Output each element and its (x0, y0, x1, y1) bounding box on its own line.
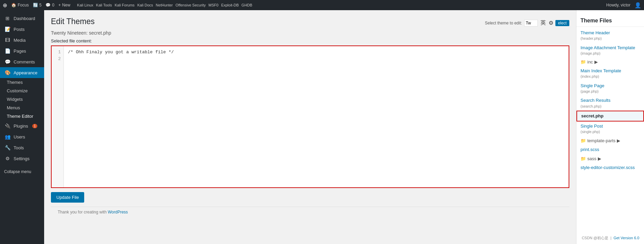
bookmark-exploit-db[interactable]: Exploit-DB (221, 3, 239, 7)
bookmark-kali-tools[interactable]: Kali Tools (96, 3, 112, 7)
file-item-inc[interactable]: 📁 inc ▶ (576, 58, 644, 66)
file-item-theme-header[interactable]: Theme Header (header.php) (576, 28, 644, 43)
pages-icon: 📄 (4, 48, 11, 54)
footer-wp-link[interactable]: WordPress (108, 210, 128, 214)
home-icon: 🏠 (11, 3, 16, 7)
file-item-secret-php[interactable]: secret.php (576, 111, 644, 121)
file-item-main-index[interactable]: Main Index Template (index.php) (576, 66, 644, 81)
sidebar-item-pages[interactable]: 📄 Pages (0, 45, 44, 56)
admin-bar: ⊕ 🏠 Focus 🔄 5 💬 0 + New Kali Linux Kali … (0, 0, 644, 10)
sidebar-item-media[interactable]: 🎞 Media (0, 35, 44, 45)
comments-icon: 💬 (4, 59, 11, 64)
collapse-menu-btn[interactable]: Collapse menu (0, 167, 44, 177)
file-list: Theme Header (header.php) Image Attachme… (576, 27, 644, 174)
dashboard-icon: ⊞ (4, 16, 11, 21)
plugins-icon: 🔌 (4, 123, 11, 129)
code-editor-wrapper: 1 2 /* Ohh Finaly you got a writable fil… (51, 45, 569, 188)
file-item-template-parts[interactable]: 📁 template-parts ▶ (576, 136, 644, 145)
file-item-sass[interactable]: 📁 sass ▶ (576, 154, 644, 163)
folder-icon: 📁 (581, 59, 586, 64)
media-icon: 🎞 (4, 37, 11, 43)
bookmark-offensive-security[interactable]: Offensive Security (176, 3, 206, 7)
bookmark-kali-forums[interactable]: Kali Forums (115, 3, 135, 7)
file-item-search-results[interactable]: Search Results (search.php) (576, 96, 644, 111)
bookmark-ghdb[interactable]: GHDB (241, 3, 252, 7)
line-numbers: 1 2 (52, 46, 64, 187)
comments-item[interactable]: 💬 0 (45, 3, 54, 7)
file-item-single-post[interactable]: Single Post (single.php) (576, 121, 644, 136)
code-textarea[interactable]: /* Ohh Finaly you got a writable file */ (64, 46, 569, 187)
sidebar-sub-menus[interactable]: Menus (0, 104, 44, 112)
folder-icon-template-parts: 📁 (581, 138, 586, 143)
howdy-text: Howdy, victor (606, 3, 630, 7)
sidebar-sub-theme-editor[interactable]: Theme Editor (0, 112, 44, 120)
sidebar: ⊞ Dashboard 📝 Posts 🎞 Media 📄 Pages 💬 Co… (0, 10, 44, 244)
select-theme-row: Select theme to edit: 英 ⚙ elect (485, 19, 569, 26)
plugins-badge: 1 (32, 124, 38, 128)
users-icon: 👥 (4, 134, 11, 139)
file-item-single-page[interactable]: Single Page (page.php) (576, 81, 644, 96)
settings-icon: ⚙ (4, 156, 11, 161)
gear-icon[interactable]: ⚙ (549, 20, 553, 26)
updates-item[interactable]: 🔄 5 (33, 3, 42, 7)
folder-icon-sass: 📁 (581, 156, 586, 161)
theme-select-input[interactable] (524, 20, 538, 26)
tools-icon: 🔧 (4, 145, 11, 150)
sidebar-sub-widgets[interactable]: Widgets (0, 95, 44, 104)
file-item-print-scss[interactable]: print.scss (576, 145, 644, 154)
comment-icon: 💬 (45, 3, 51, 7)
plus-icon: + (58, 3, 61, 7)
page-title: Edit Themes (51, 17, 95, 26)
file-item-image-attachment[interactable]: Image Attachment Template (image.php) (576, 43, 644, 58)
version-link[interactable]: Get Version 6.0 (613, 236, 639, 240)
csdn-brand: CSDN @初心是 (582, 236, 608, 240)
sidebar-item-dashboard[interactable]: ⊞ Dashboard (0, 13, 44, 24)
main-content: Edit Themes Select theme to edit: 英 ⚙ el… (44, 10, 576, 244)
corner-badge: CSDN @初心是 | Get Version 6.0 (580, 235, 641, 241)
appearance-icon: 🎨 (4, 70, 11, 75)
page-subtitle: Twenty Nineteen: secret.php (51, 30, 569, 36)
posts-icon: 📝 (4, 26, 11, 32)
sidebar-item-tools[interactable]: 🔧 Tools (0, 142, 44, 153)
focus-item[interactable]: 🏠 Focus (11, 3, 29, 7)
sidebar-item-plugins[interactable]: 🔌 Plugins 1 (0, 120, 44, 131)
theme-select-button[interactable]: elect (555, 20, 569, 26)
code-editor: 1 2 /* Ohh Finaly you got a writable fil… (52, 46, 569, 187)
lang-icon[interactable]: 英 (540, 19, 546, 26)
bookmark-kali-linux[interactable]: Kali Linux (77, 3, 93, 7)
sidebar-sub-themes[interactable]: Themes (0, 78, 44, 87)
footer: Thank you for creating with WordPress (51, 207, 569, 217)
bookmark-nethunter[interactable]: NetHunter (156, 3, 173, 7)
theme-files-title: Theme Files (576, 14, 644, 27)
bookmark-kali-docs[interactable]: Kali Docs (137, 3, 153, 7)
theme-files-panel: Theme Files Theme Header (header.php) Im… (576, 10, 644, 244)
sidebar-item-appearance[interactable]: 🎨 Appearance (0, 67, 44, 78)
page-wrapper: ⊞ Dashboard 📝 Posts 🎞 Media 📄 Pages 💬 Co… (0, 10, 644, 244)
selected-file-label: Selected file content: (51, 38, 569, 43)
editor-header: Edit Themes Select theme to edit: 英 ⚙ el… (51, 17, 569, 29)
wp-logo-icon[interactable]: ⊕ (3, 2, 7, 8)
update-file-button[interactable]: Update File (51, 192, 84, 203)
sidebar-item-users[interactable]: 👥 Users (0, 131, 44, 142)
refresh-icon: 🔄 (33, 3, 38, 7)
select-theme-label: Select theme to edit: (485, 21, 522, 25)
sidebar-item-posts[interactable]: 📝 Posts (0, 24, 44, 35)
sidebar-item-comments[interactable]: 💬 Comments (0, 56, 44, 67)
file-item-style-editor-customizer[interactable]: style-editor-customizer.scss (576, 163, 644, 172)
bookmark-msfo[interactable]: MSF0 (208, 3, 218, 7)
sidebar-item-settings[interactable]: ⚙ Settings (0, 153, 44, 164)
user-avatar-icon: 👤 (634, 2, 641, 8)
sidebar-sub-customize[interactable]: Customize (0, 87, 44, 95)
new-item[interactable]: + New (58, 3, 70, 7)
bookmarks-bar: Kali Linux Kali Tools Kali Forums Kali D… (77, 3, 252, 7)
